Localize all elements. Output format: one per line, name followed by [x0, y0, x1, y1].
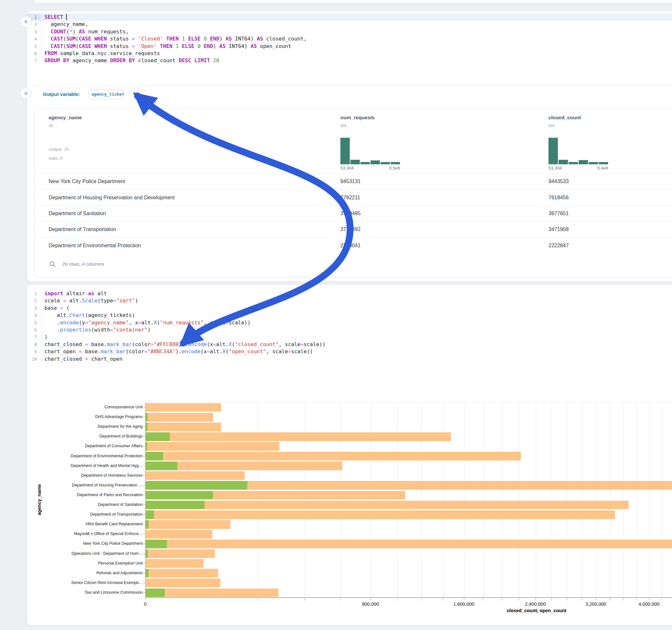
table-body: New York City Police Department945313194… [35, 173, 672, 253]
table-cell: Department of Sanitation [49, 211, 340, 217]
line-number: 5 [27, 43, 42, 50]
line-number: 4 [27, 312, 42, 319]
results-table-panel: agency_namestrunique: 20nulls: 0num_requ… [35, 108, 672, 277]
code-text: CAST(SUM(CASE WHEN status = 'Open' THEN … [42, 43, 672, 50]
table-cell: 9453131 [340, 178, 549, 185]
line-number: 6 [27, 50, 42, 57]
table-row: Department of Transportation377489234719… [35, 221, 672, 237]
code-text: import altair as alt [42, 290, 672, 297]
previous-cell-bottom-edge [32, 0, 672, 3]
line-number: 7 [27, 334, 42, 341]
code-text: base = ( [42, 305, 672, 312]
fold-chevron-icon[interactable]: ⌄ [37, 14, 41, 21]
code-line[interactable]: 3 COUNT(*) AS num_requests, [27, 28, 672, 35]
histogram-bar [549, 138, 558, 164]
code-text: FROM sample_data.nyc.service_requests [42, 50, 672, 57]
column-dtype: str [49, 123, 53, 128]
table-cell: 3471908 [549, 226, 672, 232]
table-cell: 3677651 [549, 211, 672, 217]
column-name: closed_count [549, 115, 581, 121]
table-row: Department of Housing Preservation and D… [35, 189, 672, 205]
histogram-max-label: 9.4e6 [597, 166, 608, 170]
code-line[interactable]: 1⌄SELECT [27, 14, 672, 21]
line-number: 6 [27, 326, 42, 334]
code-line[interactable]: 6 .properties(width="container") [27, 326, 672, 334]
table-row: Department of Environmental Protection22… [35, 238, 672, 253]
column-header-closed_count[interactable]: closed_counti6453,3049.4e6 [549, 108, 672, 173]
output-variable-pill[interactable]: agency_tickets [88, 90, 124, 99]
column-stat: unique: 20 [49, 147, 69, 152]
output-variable-row: Output variable: agency_tickets [27, 85, 672, 106]
column-histogram [340, 137, 400, 164]
code-line[interactable]: 6FROM sample_data.nyc.service_requests [27, 50, 672, 57]
code-text: alt.Chart(agency_tickets) [42, 312, 672, 319]
text-cursor [66, 14, 67, 20]
histogram-bar [340, 138, 350, 164]
histogram-bar [558, 160, 568, 164]
code-line[interactable]: 2scale = alt.Scale(type="sqrt") [27, 297, 672, 304]
code-line[interactable]: 7GROUP BY agency_name ORDER BY closed_co… [27, 57, 672, 64]
table-cell: 3749485 [340, 211, 549, 217]
column-histogram [549, 137, 608, 164]
code-text: .encode(y="agency_name", x=alt.X("num_re… [42, 319, 672, 326]
table-cell: Department of Housing Preservation and D… [49, 195, 340, 201]
table-cell: 9443533 [549, 178, 672, 185]
table-cell: Department of Environmental Protection [49, 243, 340, 248]
histogram-min-label: 53,304 [549, 166, 562, 170]
sql-code-editor[interactable]: 1⌄SELECT 2 agency_name,3 COUNT(*) AS num… [27, 14, 672, 65]
table-cell: 2240041 [340, 243, 549, 248]
code-line[interactable]: 7) [27, 334, 672, 341]
code-text: .properties(width="container") [42, 326, 672, 334]
table-cell: 7782211 [340, 195, 549, 201]
histogram-min-label: 53,304 [340, 166, 354, 170]
histogram-bar [381, 162, 390, 164]
code-line[interactable]: 4 alt.Chart(agency_tickets) [27, 312, 672, 319]
table-cell: 7618456 [549, 195, 672, 201]
code-text: SELECT [42, 14, 672, 21]
column-name: num_requests [340, 115, 375, 121]
column-dtype: i64 [549, 123, 554, 128]
python-cell-card: 1import altair as alt2scale = alt.Scale(… [27, 285, 672, 626]
output-variable-label: Output variable: [43, 91, 80, 97]
table-cell: Department of Transportation [49, 226, 340, 232]
code-text: COUNT(*) AS num_requests, [42, 28, 672, 35]
table-footer: 20 rows, 4 columns [35, 252, 672, 277]
code-text: CAST(SUM(CASE WHEN status = 'Closed' THE… [42, 35, 672, 43]
line-number: 9 [27, 348, 42, 355]
line-number: 5 [27, 319, 42, 326]
column-header-num_requests[interactable]: num_requestsi6453,3049.5e6 [340, 108, 549, 173]
code-line[interactable]: 3⌄base = ( [27, 305, 672, 312]
code-line[interactable]: 9chart_open = base.mark_bar(color="#8BC3… [27, 348, 672, 355]
fold-chevron-icon[interactable]: ⌄ [37, 305, 41, 312]
code-text: chart_closed = base.mark_bar(color="#FFC… [42, 341, 672, 348]
table-cell: 3774892 [340, 226, 549, 232]
sql-cell-card: 1⌄SELECT 2 agency_name,3 COUNT(*) AS num… [27, 11, 672, 282]
add-cell-button-middle[interactable]: + [20, 88, 32, 99]
histogram-bar [360, 162, 370, 164]
code-text: chart_open = base.mark_bar(color="#8BC34… [42, 348, 672, 355]
table-cell: 2222847 [549, 243, 672, 248]
code-line[interactable]: 5 .encode(y="agency_name", x=alt.X("num_… [27, 319, 672, 326]
code-line[interactable]: 5 CAST(SUM(CASE WHEN status = 'Open' THE… [27, 43, 672, 50]
column-header-agency_name[interactable]: agency_namestrunique: 20nulls: 0 [49, 108, 340, 173]
column-stat: nulls: 0 [49, 156, 63, 161]
code-text: agency_name, [42, 21, 672, 28]
add-cell-button-top[interactable]: + [20, 16, 32, 28]
histogram-bar [589, 162, 598, 164]
code-line[interactable]: 8chart_closed = base.mark_bar(color="#FF… [27, 341, 672, 348]
table-row: New York City Police Department945313194… [35, 173, 672, 189]
column-dtype: i64 [340, 123, 346, 128]
code-line[interactable]: 10chart_closed + chart_open [27, 356, 672, 363]
search-icon[interactable] [49, 261, 56, 267]
code-line[interactable]: 4 CAST(SUM(CASE WHEN status = 'Closed' T… [27, 35, 672, 43]
code-line[interactable]: 2 agency_name, [27, 21, 672, 28]
python-code-editor[interactable]: 1import altair as alt2scale = alt.Scale(… [27, 290, 672, 363]
line-number: 4 [27, 35, 42, 43]
histogram-bar [579, 160, 588, 164]
code-text: GROUP BY agency_name ORDER BY closed_cou… [42, 57, 672, 64]
code-text: scale = alt.Scale(type="sqrt") [42, 297, 672, 304]
code-line[interactable]: 1import altair as alt [27, 290, 672, 297]
histogram-bar [351, 160, 360, 164]
code-text: ) [42, 334, 672, 341]
histogram-bar [599, 162, 608, 164]
